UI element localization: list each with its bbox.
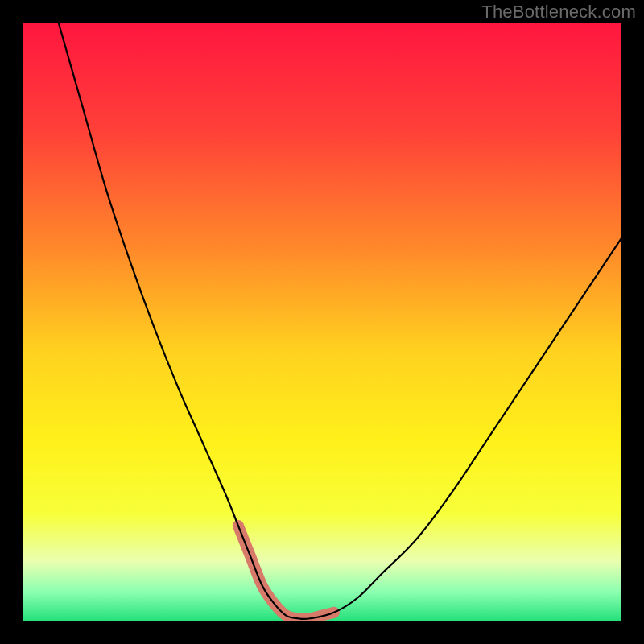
- bottleneck-chart: [0, 0, 644, 644]
- watermark-text: TheBottleneck.com: [481, 2, 636, 23]
- gradient-background: [23, 23, 621, 621]
- chart-frame: { "watermark": "TheBottleneck.com", "plo…: [0, 0, 644, 644]
